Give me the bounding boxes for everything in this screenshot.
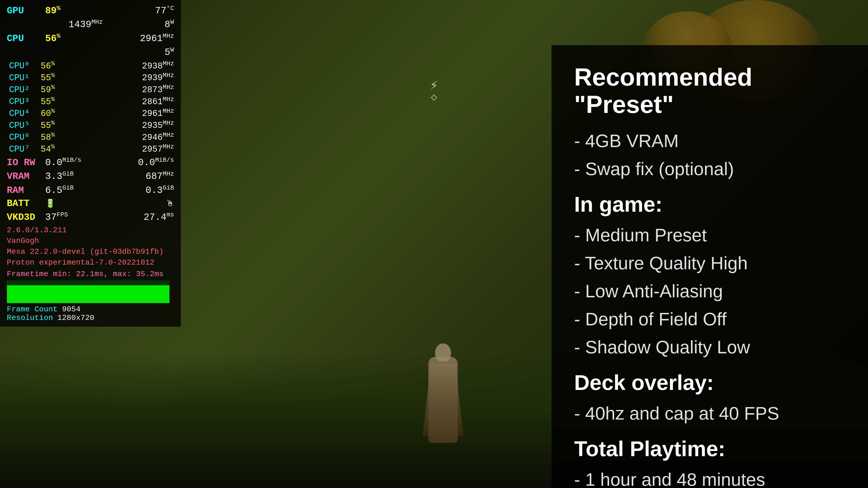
cpu2-usage: 59% xyxy=(41,84,55,95)
crosshair-diamond xyxy=(431,94,437,101)
vram-item: - 4GB VRAM xyxy=(574,129,845,153)
gpu-freq: 1439MHz xyxy=(68,18,103,30)
lightning-icon: ⚡ xyxy=(430,77,438,94)
panel-title: Recommended "Preset" xyxy=(574,63,845,118)
io-row: IO RW 0.0MiB/s 0.0MiB/s xyxy=(7,156,174,168)
resolution-value: 1280x720 xyxy=(57,314,94,322)
cpu1-usage: 55% xyxy=(41,72,55,83)
cpu0-row: CPU⁰ 56% 2938MHz xyxy=(9,60,174,71)
cpu7-row: CPU⁷ 54% 2957MHz xyxy=(9,143,174,154)
cpu4-row: CPU⁴ 60% 2961MHz xyxy=(9,107,174,119)
gpu-label: GPU xyxy=(7,5,45,17)
cpu1-label: CPU¹ xyxy=(9,73,41,83)
cpu4-label: CPU⁴ xyxy=(9,108,41,119)
gpu-row: GPU 89% 77°C xyxy=(7,4,174,17)
frame-count-value: 9054 xyxy=(62,305,81,314)
character xyxy=(421,330,466,443)
cpu7-usage: 54% xyxy=(41,143,55,154)
batt-label: BATT xyxy=(7,198,45,209)
cpu2-row: CPU² 59% 2873MHz xyxy=(9,84,174,95)
mesa-version: Mesa 22.2.0-devel (git-03db7b91fb) xyxy=(7,247,174,257)
cpu1-row: CPU¹ 55% 2939MHz xyxy=(9,72,174,83)
cpu-usage: 56% xyxy=(45,32,60,44)
cpu-row: CPU 56% 2961MHz xyxy=(7,32,174,44)
cpu6-row: CPU⁶ 58% 2946MHz xyxy=(9,131,174,142)
cpu-power: 5W xyxy=(164,46,174,58)
frametime-value: 27.4ms xyxy=(144,211,174,223)
swap-item: - Swap fix (optional) xyxy=(574,157,845,181)
ram-other: 0.3GiB xyxy=(146,184,174,196)
gpu-name: VanGogh xyxy=(7,236,174,247)
ingame-item-3: - Depth of Field Off xyxy=(574,307,845,331)
frametime-minmax: min: 22.1ms, max: 35.2ms xyxy=(53,270,164,278)
version-number: 2.6.0/1.3.211 xyxy=(7,225,174,236)
bottom-stats: Frame Count 9054 Resolution 1280x720 xyxy=(7,305,174,322)
vram-label: VRAM xyxy=(7,171,45,182)
batt-cursor: 🖱 xyxy=(166,199,174,209)
io-label: IO RW xyxy=(7,157,45,168)
gpu-power: 8W xyxy=(164,18,174,30)
batt-row: BATT 🔋 🖱 xyxy=(7,198,174,209)
cpu0-label: CPU⁰ xyxy=(9,60,41,71)
cpu7-label: CPU⁷ xyxy=(9,144,41,154)
ingame-item-2: - Low Anti-Aliasing xyxy=(574,280,845,303)
playtime-title: Total Playtime: xyxy=(574,436,845,461)
ram-row: RAM 6.5GiB 0.3GiB xyxy=(7,184,174,196)
gpu-freq-row: 1439MHz 8W xyxy=(7,18,174,30)
batt-icon: 🔋 xyxy=(45,199,55,209)
cpu0-usage: 56% xyxy=(41,60,55,71)
cpu3-label: CPU³ xyxy=(9,97,41,106)
gpu-usage: 89% xyxy=(45,4,60,17)
deck-title: Deck overlay: xyxy=(574,370,845,395)
cpu-label: CPU xyxy=(7,33,45,44)
ram-label: RAM xyxy=(7,185,45,196)
cpu5-freq: 2935MHz xyxy=(142,120,174,130)
cpu5-usage: 55% xyxy=(41,120,55,130)
cpu6-usage: 58% xyxy=(41,131,55,142)
cpu4-freq: 2961MHz xyxy=(142,107,174,119)
fps-value: 37FPS xyxy=(45,211,68,223)
cpu5-label: CPU⁵ xyxy=(9,120,41,130)
ram-used: 6.5GiB xyxy=(45,184,74,196)
resolution-row: Resolution 1280x720 xyxy=(7,314,174,322)
resolution-label: Resolution xyxy=(7,314,53,322)
cpu0-freq: 2938MHz xyxy=(142,60,174,71)
ingame-title: In game: xyxy=(574,192,845,217)
cpu3-freq: 2861MHz xyxy=(142,96,174,107)
cpu6-label: CPU⁶ xyxy=(9,132,41,142)
ingame-item-4: - Shadow Quality Low xyxy=(574,335,845,359)
io-read: 0.0MiB/s xyxy=(45,156,81,168)
cpu2-freq: 2873MHz xyxy=(142,84,174,95)
cpu5-row: CPU⁵ 55% 2935MHz xyxy=(9,120,174,130)
cpu4-usage: 60% xyxy=(41,107,55,119)
vram-freq: 687MHz xyxy=(146,170,174,182)
vram-row: VRAM 3.3GiB 687MHz xyxy=(7,170,174,182)
cpu1-freq: 2939MHz xyxy=(142,72,174,83)
info-panel: Recommended "Preset" - 4GB VRAM - Swap f… xyxy=(552,45,868,488)
playtime-item: - 1 hour and 48 minutes xyxy=(574,468,845,488)
frametime-row: Frametime min: 22.1ms, max: 35.2ms xyxy=(7,270,174,278)
frametime-chart xyxy=(7,281,169,303)
ingame-item-1: - Texture Quality High xyxy=(574,252,845,275)
gpu-temp: 77°C xyxy=(155,4,174,17)
deck-item: - 40hz and cap at 40 FPS xyxy=(574,402,845,425)
fps-label: VKD3D xyxy=(7,212,45,223)
cpu3-row: CPU³ 55% 2861MHz xyxy=(9,96,174,107)
io-write: 0.0MiB/s xyxy=(138,156,174,168)
cpu6-freq: 2946MHz xyxy=(142,131,174,142)
ingame-item-0: - Medium Preset xyxy=(574,223,845,247)
frame-count-row: Frame Count 9054 xyxy=(7,305,174,314)
cpu-freq: 2961MHz xyxy=(140,32,174,44)
cpu2-label: CPU² xyxy=(9,85,41,95)
fps-row: VKD3D 37FPS 27.4ms xyxy=(7,211,174,223)
char-head xyxy=(435,344,451,361)
frametime-label: Frametime xyxy=(7,270,49,278)
vram-used: 3.3GiB xyxy=(45,170,74,182)
frametime-bar xyxy=(7,285,169,303)
frame-count-label: Frame Count xyxy=(7,305,57,314)
char-body xyxy=(428,357,458,443)
cpu-power-row: 5W xyxy=(7,46,174,58)
performance-overlay: GPU 89% 77°C 1439MHz 8W CPU 56% 2961MHz … xyxy=(0,0,181,327)
crosshair: ⚡ xyxy=(430,77,438,100)
version-info: 2.6.0/1.3.211 VanGogh Mesa 22.2.0-devel … xyxy=(7,225,174,268)
